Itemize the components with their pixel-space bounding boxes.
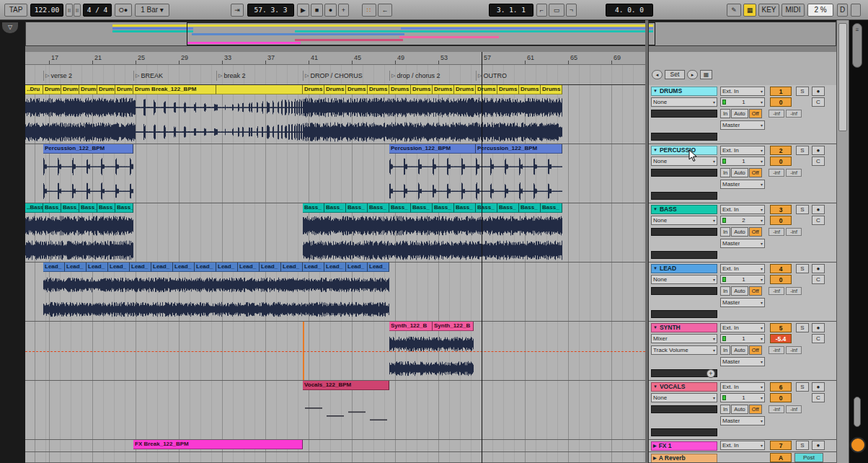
clip-bass[interactable]: Bass_	[389, 203, 411, 213]
punch-out-button[interactable]: ¬	[566, 4, 577, 17]
clip-percussion-122-bpm[interactable]: Percussion_122_BPM	[389, 144, 476, 154]
track-lane-bass[interactable]: ..BassBass_Bass_Bass_Bass_Bass_Bass_Bass…	[25, 203, 645, 263]
pan-field[interactable]: C	[812, 97, 825, 107]
punch-in-button[interactable]: ⌐	[536, 4, 547, 17]
volume-field[interactable]: 0	[770, 393, 792, 402]
volume-field[interactable]: -5.4	[770, 334, 792, 343]
volume-field[interactable]: 0	[770, 156, 792, 166]
monitor-auto-button[interactable]: Auto	[731, 168, 748, 177]
io-input-select[interactable]: Ext. In▾	[720, 382, 765, 392]
output-select[interactable]: Master▾	[720, 298, 765, 307]
post-toggle[interactable]: Post	[794, 453, 823, 462]
clip-bass[interactable]: Bass_	[97, 203, 115, 213]
zoom-handle[interactable]: ≡	[852, 23, 862, 68]
io-input-select[interactable]: Ext. In▾	[720, 87, 765, 96]
track-lane-synth[interactable]: Synth_122_BSynth_122_B	[25, 322, 645, 381]
clip-dru[interactable]: ..Dru	[25, 85, 43, 94]
overdub-button[interactable]: +	[338, 4, 349, 17]
clip-bass[interactable]: Bass_	[541, 203, 562, 213]
play-button[interactable]: ▶	[297, 4, 309, 17]
clip-bass[interactable]: Bass_	[433, 203, 454, 213]
time-signature-field[interactable]: 4 / 4	[83, 4, 112, 17]
scrollbar-thumb[interactable]	[838, 23, 847, 131]
clip-bass[interactable]: Bass_	[346, 203, 368, 213]
clip-lead[interactable]: Lead_	[108, 263, 130, 272]
clip-bass[interactable]: Bass_	[497, 203, 519, 213]
clip-percussion-122-bpm[interactable]: Percussion_122_BPM	[476, 144, 562, 154]
monitor-auto-button[interactable]: Auto	[731, 345, 748, 355]
volume-field[interactable]: 0	[770, 275, 792, 284]
track-number[interactable]: 6	[770, 382, 792, 392]
monitor-off-button[interactable]: Off	[749, 345, 762, 355]
clip-lead[interactable]: Lead_	[368, 263, 389, 272]
monitor-in-button[interactable]: In	[720, 227, 730, 237]
io-sub-select[interactable]: Mixer▾	[651, 334, 717, 343]
clip-drums[interactable]: Drums	[303, 85, 324, 94]
input-channel-select[interactable]: 1▾	[720, 97, 765, 107]
track-number[interactable]: 4	[770, 264, 792, 273]
clip-drums[interactable]: Drums	[541, 85, 562, 94]
track-name-vocals[interactable]: ▼VOCALS	[651, 382, 717, 392]
fold-track-icon[interactable]: ▼	[653, 382, 657, 392]
input-channel-select[interactable]: 1▾	[720, 275, 765, 284]
clip-drums[interactable]: Drums	[519, 85, 541, 94]
stop-button[interactable]: ■	[311, 4, 323, 17]
monitor-in-button[interactable]: In	[720, 286, 730, 296]
clip-bass[interactable]: Bass_	[368, 203, 389, 213]
automation-arm-button[interactable]: ∷	[362, 4, 376, 17]
fold-track-icon[interactable]: ▼	[653, 205, 657, 214]
pan-field[interactable]: C	[812, 156, 825, 166]
track-name-a-reverb[interactable]: ▶A Reverb	[651, 454, 717, 463]
loop-length-field[interactable]: 4. 0. 0	[606, 4, 653, 17]
clip-bass[interactable]: Bass_	[411, 203, 433, 213]
locator-break[interactable]: ▷BREAK	[133, 71, 163, 81]
clip-drums[interactable]: Drums	[324, 85, 346, 94]
clip-lead[interactable]: Lead_	[87, 263, 108, 272]
computer-keyboard-button[interactable]: ▦	[743, 4, 756, 17]
io-input-select[interactable]: Ext. In▾	[720, 264, 765, 273]
output-select[interactable]: Master▾	[720, 180, 765, 189]
input-channel-select[interactable]: 1▾	[720, 334, 765, 343]
monitor-in-button[interactable]: In	[720, 345, 730, 355]
clip-drums[interactable]: Drums	[97, 85, 115, 94]
locator-outro[interactable]: ▷OUTRO	[476, 71, 507, 81]
output-select[interactable]: Master▾	[720, 416, 765, 425]
fold-track-icon[interactable]: ▼	[653, 146, 657, 155]
clip-bass[interactable]: Bass_	[303, 203, 324, 213]
reenable-automation-button[interactable]: ←	[378, 4, 392, 17]
input-channel-select[interactable]: 1▾	[720, 156, 765, 166]
monitor-in-button[interactable]: In	[720, 168, 730, 177]
fold-track-icon[interactable]: ▼	[653, 264, 657, 273]
output-select[interactable]: Master▾	[720, 120, 765, 130]
clip-synth-122-b[interactable]: Synth_122_B	[433, 322, 474, 331]
loop-button[interactable]: ▭	[549, 4, 564, 17]
track-name-drums[interactable]: ▼DRUMS	[651, 87, 717, 96]
clip-bass[interactable]: Bass_	[324, 203, 346, 213]
solo-button[interactable]: S	[796, 441, 809, 450]
fold-track-icon[interactable]: ▼	[653, 323, 657, 332]
io-sub-select[interactable]: None▾	[651, 97, 717, 107]
clip-drums[interactable]: Drums	[454, 85, 476, 94]
clip-bass[interactable]: Bass_	[454, 203, 476, 213]
io-sub-select[interactable]: None▾	[651, 216, 717, 225]
track-name-bass[interactable]: ▼BASS	[651, 205, 717, 214]
monitor-off-button[interactable]: Off	[749, 405, 762, 414]
nudge-up-button[interactable]: |||	[74, 4, 81, 17]
track-name-synth[interactable]: ▼SYNTH	[651, 323, 717, 332]
automation-param-select[interactable]: Track Volume▾	[651, 345, 717, 355]
output-select[interactable]: Master▾	[720, 357, 765, 366]
solo-button[interactable]: S	[796, 382, 809, 392]
key-map-button[interactable]: KEY	[758, 4, 779, 17]
fold-track-icon[interactable]: ▼	[653, 87, 657, 96]
solo-button[interactable]: S	[796, 205, 809, 214]
scroll-handle[interactable]	[854, 397, 861, 427]
track-lane-drums[interactable]: ..DruDrumsDrumsDrumsDrumsDrumsDrum Break…	[25, 85, 645, 144]
locator-break-2[interactable]: ▷break 2	[216, 71, 245, 81]
follow-button[interactable]: ⇥	[231, 4, 244, 17]
clip-drum-break-122-bpm[interactable]: Drum Break_122_BPM	[133, 85, 216, 94]
clip-lead[interactable]: Lead_	[130, 263, 151, 272]
track-name-fx-1[interactable]: ▶FX 1	[651, 441, 717, 451]
tempo-field[interactable]: 122.00	[30, 4, 63, 17]
clip-bass[interactable]: Bass_	[61, 203, 79, 213]
arm-record-button[interactable]: ●	[812, 382, 825, 392]
